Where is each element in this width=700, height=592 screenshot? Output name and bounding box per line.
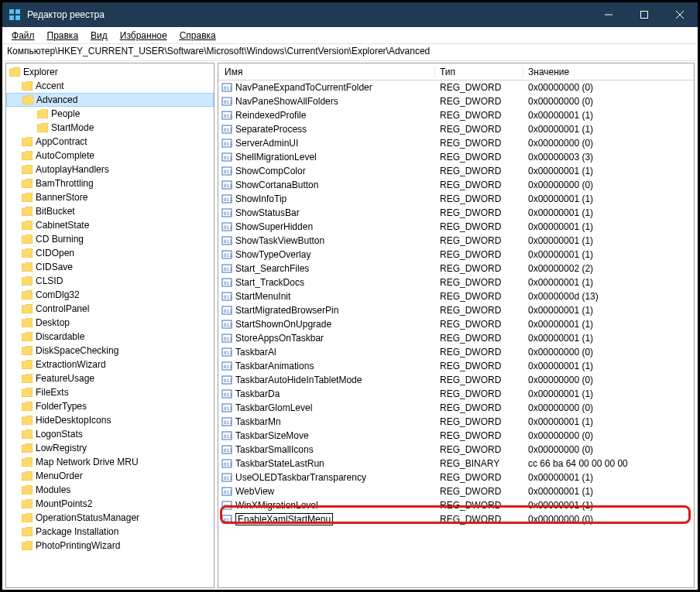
- menu-edit[interactable]: Правка: [43, 29, 84, 43]
- value-type-cell: REG_DWORD: [435, 96, 523, 107]
- tree-item[interactable]: FileExts: [6, 385, 214, 399]
- reg-dword-icon: 011: [221, 375, 232, 385]
- value-row[interactable]: 011StartShownOnUpgradeREG_DWORD0x0000000…: [218, 317, 694, 331]
- value-row[interactable]: 011WebViewREG_DWORD0x00000001 (1): [218, 484, 694, 498]
- menu-view[interactable]: Вид: [86, 29, 112, 43]
- value-row[interactable]: 011StartMenuInitREG_DWORD0x0000000d (13): [218, 289, 694, 303]
- value-row[interactable]: 011TaskbarGlomLevelREG_DWORD0x00000000 (…: [218, 401, 694, 415]
- tree-item[interactable]: AutoplayHandlers: [6, 163, 214, 176]
- tree-item[interactable]: ControlPanel: [6, 302, 214, 316]
- value-row[interactable]: 011ServerAdminUIREG_DWORD0x00000000 (0): [218, 136, 694, 150]
- tree-item[interactable]: MenuOrder: [6, 469, 214, 483]
- tree-item[interactable]: BannerStore: [6, 190, 214, 204]
- tree-item[interactable]: Desktop: [6, 316, 214, 330]
- menu-help[interactable]: Справка: [175, 29, 221, 43]
- value-row[interactable]: 011ReindexedProfileREG_DWORD0x00000001 (…: [218, 108, 694, 122]
- value-row[interactable]: 011TaskbarStateLastRunREG_BINARYcc 66 ba…: [218, 457, 694, 471]
- column-value[interactable]: Значение: [523, 67, 694, 77]
- menu-favorites[interactable]: Избранное: [115, 29, 172, 43]
- value-row[interactable]: 011ShowCortanaButtonREG_DWORD0x00000000 …: [218, 178, 694, 192]
- tree-item[interactable]: CD Burning: [6, 232, 214, 246]
- tree-item[interactable]: HideDesktopIcons: [6, 413, 214, 427]
- column-name[interactable]: Имя: [218, 67, 435, 77]
- value-name-cell: 011TaskbarAl: [218, 347, 435, 358]
- value-row[interactable]: 011ShellMigrationLevelREG_DWORD0x0000000…: [218, 150, 694, 164]
- tree-item[interactable]: ComDlg32: [6, 288, 214, 302]
- address-bar[interactable]: Компьютер\HKEY_CURRENT_USER\Software\Mic…: [2, 44, 698, 61]
- reg-dword-icon: 011: [221, 263, 232, 274]
- tree-item[interactable]: Accent: [6, 79, 214, 93]
- tree-item[interactable]: CLSID: [6, 274, 214, 288]
- value-data-cell: 0x00000000 (0): [523, 180, 694, 190]
- svg-rect-3: [15, 15, 20, 20]
- tree-item[interactable]: DiskSpaceChecking: [6, 344, 214, 358]
- value-row[interactable]: 011UseOLEDTaskbarTransparencyREG_DWORD0x…: [218, 471, 694, 484]
- tree-item[interactable]: Modules: [6, 483, 214, 497]
- tree-item[interactable]: People: [6, 107, 214, 121]
- value-row[interactable]: 011StoreAppsOnTaskbarREG_DWORD0x00000001…: [218, 331, 694, 345]
- tree-item[interactable]: PhotoPrintingWizard: [6, 539, 214, 553]
- value-name-label: ShowCompColor: [235, 166, 306, 176]
- tree-item[interactable]: BamThrottling: [6, 176, 214, 190]
- value-row[interactable]: 011TaskbarMnREG_DWORD0x00000001 (1): [218, 415, 694, 429]
- value-row[interactable]: 011TaskbarAutoHideInTabletModeREG_DWORD0…: [218, 373, 694, 387]
- tree-item[interactable]: Advanced: [6, 93, 214, 107]
- tree-item[interactable]: Map Network Drive MRU: [6, 455, 214, 469]
- value-row[interactable]: 011TaskbarDaREG_DWORD0x00000001 (1): [218, 387, 694, 401]
- value-name-label: WinXMigrationLevel: [235, 500, 318, 511]
- value-row[interactable]: 011TaskbarAlREG_DWORD0x00000000 (0): [218, 345, 694, 359]
- column-type[interactable]: Тип: [435, 67, 523, 77]
- value-row[interactable]: 011ShowTypeOverlayREG_DWORD0x00000001 (1…: [218, 248, 694, 262]
- minimize-button[interactable]: [591, 2, 626, 27]
- value-row[interactable]: 011EnableXamlStartMenuREG_DWORD0x0000000…: [218, 512, 694, 526]
- value-name-cell: 011SeparateProcess: [218, 124, 435, 135]
- value-row[interactable]: 011ShowStatusBarREG_DWORD0x00000001 (1): [218, 206, 694, 220]
- value-row[interactable]: 011StartMigratedBrowserPinREG_DWORD0x000…: [218, 303, 694, 317]
- value-row[interactable]: 011Start_TrackDocsREG_DWORD0x00000001 (1…: [218, 275, 694, 289]
- value-data-cell: 0x00000001 (1): [523, 124, 694, 135]
- value-row[interactable]: 011WinXMigrationLevelREG_DWORD0x00000001…: [218, 498, 694, 512]
- tree-item[interactable]: LowRegistry: [6, 441, 214, 455]
- reg-dword-icon: 011: [221, 96, 232, 107]
- tree-item[interactable]: BitBucket: [6, 204, 214, 218]
- value-name-label: TaskbarGlomLevel: [235, 402, 312, 413]
- tree-item[interactable]: FeatureUsage: [6, 371, 214, 385]
- tree-item[interactable]: AutoComplete: [6, 149, 214, 163]
- value-name-cell: 011NavPaneShowAllFolders: [218, 96, 435, 107]
- value-row[interactable]: 011TaskbarAnimationsREG_DWORD0x00000001 …: [218, 359, 694, 373]
- value-row[interactable]: 011Start_SearchFilesREG_DWORD0x00000002 …: [218, 262, 694, 275]
- tree-item[interactable]: Discardable: [6, 330, 214, 344]
- tree-root[interactable]: Explorer: [6, 65, 214, 79]
- svg-text:011: 011: [224, 155, 232, 160]
- value-row[interactable]: 011ShowInfoTipREG_DWORD0x00000001 (1): [218, 192, 694, 206]
- close-button[interactable]: [662, 2, 698, 27]
- tree-item[interactable]: OperationStatusManager: [6, 511, 214, 525]
- value-row[interactable]: 011ShowTaskViewButtonREG_DWORD0x00000001…: [218, 234, 694, 248]
- tree-item[interactable]: LogonStats: [6, 427, 214, 441]
- tree-item[interactable]: CIDOpen: [6, 246, 214, 260]
- tree-item[interactable]: CabinetState: [6, 218, 214, 232]
- value-row[interactable]: 011NavPaneShowAllFoldersREG_DWORD0x00000…: [218, 94, 694, 108]
- tree-item[interactable]: CIDSave: [6, 260, 214, 274]
- value-row[interactable]: 011ShowCompColorREG_DWORD0x00000001 (1): [218, 164, 694, 178]
- menu-file[interactable]: Файл: [7, 29, 39, 43]
- tree-item[interactable]: StartMode: [6, 121, 214, 135]
- tree-item[interactable]: ExtractionWizard: [6, 358, 214, 371]
- maximize-button[interactable]: [626, 2, 662, 27]
- tree-item[interactable]: AppContract: [6, 135, 214, 149]
- value-row[interactable]: 011NavPaneExpandToCurrentFolderREG_DWORD…: [218, 80, 694, 94]
- value-name-edit[interactable]: EnableXamlStartMenu: [235, 513, 333, 525]
- tree-item[interactable]: Package Installation: [6, 525, 214, 539]
- value-row[interactable]: 011ShowSuperHiddenREG_DWORD0x00000001 (1…: [218, 220, 694, 234]
- values-body[interactable]: 011NavPaneExpandToCurrentFolderREG_DWORD…: [218, 80, 694, 587]
- svg-rect-2: [9, 15, 14, 20]
- tree-item[interactable]: FolderTypes: [6, 399, 214, 413]
- value-row[interactable]: 011SeparateProcessREG_DWORD0x00000001 (1…: [218, 122, 694, 136]
- svg-text:011: 011: [224, 210, 232, 216]
- value-data-cell: 0x00000001 (1): [523, 110, 694, 121]
- tree-pane[interactable]: Explorer AccentAdvancedPeopleStartModeAp…: [5, 63, 214, 588]
- tree-item[interactable]: MountPoints2: [6, 497, 214, 511]
- value-row[interactable]: 011TaskbarSmallIconsREG_DWORD0x00000000 …: [218, 443, 694, 457]
- value-type-cell: REG_DWORD: [435, 207, 523, 218]
- value-row[interactable]: 011TaskbarSizeMoveREG_DWORD0x00000000 (0…: [218, 429, 694, 443]
